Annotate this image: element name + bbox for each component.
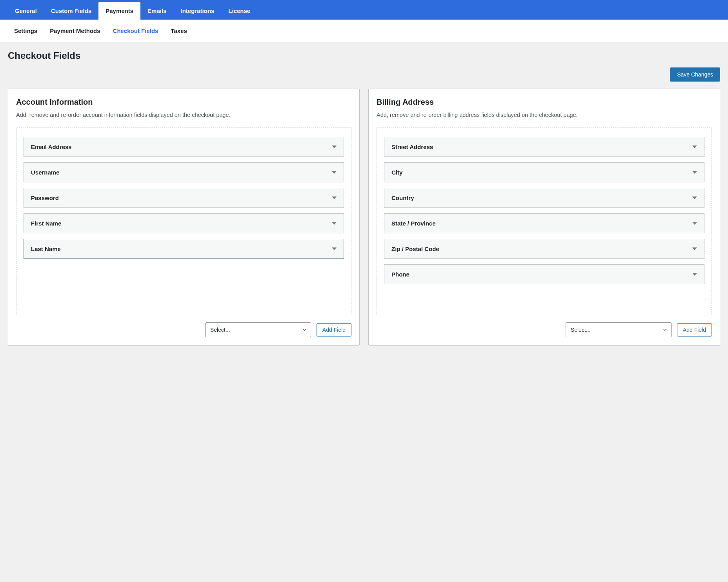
subtab-settings[interactable]: Settings [8,20,44,41]
tab-emails[interactable]: Emails [140,2,173,20]
expand-icon [332,196,337,199]
tab-general[interactable]: General [8,2,44,20]
expand-icon [692,222,697,225]
page-body: Checkout Fields Save Changes Account Inf… [0,42,728,353]
sub-tabs: Settings Payment Methods Checkout Fields… [0,20,728,42]
primary-tabs: General Custom Fields Payments Emails In… [0,0,728,20]
account-add-field-button[interactable]: Add Field [317,323,351,336]
tab-payments[interactable]: Payments [98,2,140,20]
field-label: Country [391,195,414,201]
tab-custom-fields[interactable]: Custom Fields [44,2,98,20]
expand-icon [332,146,337,148]
field-row-country[interactable]: Country [384,188,704,208]
field-label: Last Name [31,246,61,252]
expand-icon [332,247,337,250]
field-row-last-name[interactable]: Last Name [24,239,344,259]
account-field-zone[interactable]: Email Address Username Password First Na… [16,127,351,315]
field-row-street-address[interactable]: Street Address [384,137,704,157]
expand-icon [332,222,337,225]
expand-icon [332,171,337,174]
field-label: First Name [31,220,62,227]
billing-add-field-button[interactable]: Add Field [677,323,712,336]
billing-field-zone[interactable]: Street Address City Country State / Prov… [377,127,712,315]
field-row-password[interactable]: Password [24,188,344,208]
field-row-city[interactable]: City [384,162,704,182]
billing-card: Billing Address Add, remove and re-order… [368,89,720,346]
field-label: Username [31,169,60,176]
billing-card-footer: Select... Add Field [377,322,712,337]
expand-icon [692,247,697,250]
field-label: State / Province [391,220,436,227]
field-row-username[interactable]: Username [24,162,344,182]
account-card-title: Account Information [16,98,351,107]
field-label: Phone [391,271,410,278]
account-field-select-wrap: Select... [205,322,311,337]
subtab-checkout-fields[interactable]: Checkout Fields [107,20,165,41]
expand-icon [692,146,697,148]
subtab-payment-methods[interactable]: Payment Methods [44,20,106,41]
expand-icon [692,196,697,199]
field-row-email-address[interactable]: Email Address [24,137,344,157]
expand-icon [692,171,697,174]
cards-container: Account Information Add, remove and re-o… [8,89,720,346]
field-row-state-province[interactable]: State / Province [384,213,704,233]
field-row-phone[interactable]: Phone [384,264,704,284]
save-row: Save Changes [8,67,720,82]
field-label: Password [31,195,59,201]
field-label: City [391,169,402,176]
account-card-footer: Select... Add Field [16,322,351,337]
account-field-select[interactable]: Select... [205,322,311,337]
save-button[interactable]: Save Changes [670,67,720,82]
account-card: Account Information Add, remove and re-o… [8,89,360,346]
page-title: Checkout Fields [8,50,720,61]
billing-card-description: Add, remove and re-order billing address… [377,111,712,119]
subtab-taxes[interactable]: Taxes [164,20,193,41]
account-card-description: Add, remove and re-order account informa… [16,111,351,119]
field-label: Email Address [31,144,72,150]
tab-integrations[interactable]: Integrations [173,2,221,20]
billing-field-select-wrap: Select... [566,322,672,337]
field-label: Zip / Postal Code [391,246,439,252]
billing-card-title: Billing Address [377,98,712,107]
field-label: Street Address [391,144,433,150]
expand-icon [692,273,697,276]
field-row-zip-postal-code[interactable]: Zip / Postal Code [384,239,704,259]
field-row-first-name[interactable]: First Name [24,213,344,233]
billing-field-select[interactable]: Select... [566,322,672,337]
tab-license[interactable]: License [221,2,257,20]
